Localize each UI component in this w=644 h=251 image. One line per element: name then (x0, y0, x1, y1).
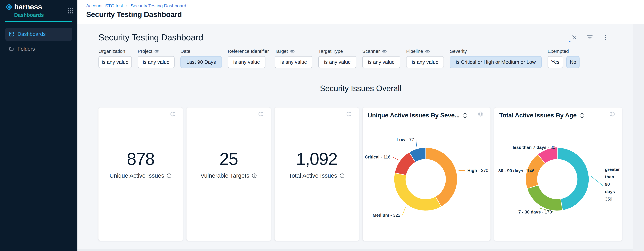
dashboard-actions (571, 34, 608, 40)
cards-row: 878 Unique Active Issues 25 Vulnerable T… (98, 107, 623, 241)
stat-value: 878 (98, 150, 183, 168)
sidebar-nav: Dashboards Folders (0, 27, 78, 55)
top-bar: Account: STO test Security Testing Dashb… (78, 0, 644, 24)
info-icon[interactable] (579, 113, 584, 118)
label-leader-line (591, 176, 603, 186)
info-icon[interactable] (166, 173, 172, 178)
breadcrumb: Account: STO test Security Testing Dashb… (86, 3, 644, 8)
stat-card-total-active-issues: 1,092 Total Active Issues (274, 107, 359, 241)
donut-label: High - 370 (468, 168, 488, 173)
filter-value-button[interactable]: is any value (228, 56, 266, 68)
sidebar-item-folders[interactable]: Folders (6, 42, 72, 55)
filter-pipeline: Pipeline is any value (406, 48, 444, 68)
filter-label: Exempted (548, 49, 569, 54)
info-icon[interactable] (462, 113, 468, 118)
stat-label: Total Active Issues (289, 172, 337, 179)
stat-value: 25 (186, 150, 271, 168)
link-icon (425, 49, 430, 54)
donut-label: greater (605, 167, 620, 172)
sidebar-item-label: Folders (18, 46, 35, 52)
filter-value-button[interactable]: is any value (362, 56, 400, 68)
chart-card-unique-active-issues-by-seve: Unique Active Issues By Seve... High - 3… (362, 107, 490, 241)
filter-label: Organization (98, 49, 125, 54)
close-icon[interactable] (571, 34, 578, 40)
info-icon[interactable] (340, 173, 345, 178)
stat-label: Unique Active Issues (110, 172, 164, 179)
globe-icon[interactable] (346, 111, 352, 117)
donut-slice-7-30-days[interactable] (527, 185, 562, 211)
donut-label: 90 (605, 182, 610, 187)
globe-icon[interactable] (170, 111, 176, 117)
donut-label: less than 7 days - 80 (513, 145, 555, 150)
exempted-no-button[interactable]: No (566, 56, 580, 68)
logo-row: harness Dashboards (0, 0, 78, 18)
sidebar-item-dashboards[interactable]: Dashboards (6, 27, 72, 41)
filter-value-button[interactable]: is any value (406, 56, 444, 68)
donut-label: 359 (605, 197, 612, 202)
filter-icon[interactable] (586, 34, 593, 40)
filter-target-type: Target Type is any value (318, 48, 356, 68)
horizontal-scrollbar[interactable] (78, 249, 633, 251)
donut-slice-high[interactable] (426, 148, 457, 207)
filter-value-button[interactable]: is Critical or High or Medium or Low (450, 56, 542, 68)
globe-icon[interactable] (258, 111, 264, 117)
filter-label: Date (180, 49, 190, 54)
donut-label: 7 - 30 days - 173 (518, 210, 552, 215)
chart-card-total-active-issues-by-age: Total Active Issues By Age greaterthan90… (494, 107, 622, 241)
filter-value-button[interactable]: is any value (275, 56, 312, 68)
filter-organization: Organization is any value (98, 48, 132, 68)
donut-label: than (605, 174, 614, 179)
filter-label: Reference Identifier (228, 49, 269, 54)
filter-value-button[interactable]: is any value (138, 56, 174, 68)
chevron-right-icon (126, 4, 128, 7)
donut-label: Critical - 116 (365, 154, 390, 160)
page-title: Security Testing Dashboard (86, 10, 644, 19)
chart-title: Total Active Issues By Age (499, 112, 577, 119)
module-name: Dashboards (14, 12, 67, 18)
apps-grid-icon[interactable] (67, 8, 74, 14)
donut-label: 30 - 90 days - 146 (498, 168, 534, 173)
sidebar: harness Dashboards Dashboards (0, 0, 78, 251)
label-leader-line (392, 157, 398, 160)
filter-label: Severity (450, 49, 467, 54)
filter-label: Target (275, 49, 288, 54)
exempted-yes-button[interactable]: Yes (548, 56, 563, 68)
globe-icon[interactable] (478, 111, 484, 117)
cursor-dot (569, 41, 570, 42)
filter-scanner: Scanner is any value (362, 48, 400, 68)
chart-title: Unique Active Issues By Seve... (368, 112, 460, 119)
stat-value: 1,092 (274, 150, 359, 168)
filter-label: Scanner (362, 49, 380, 54)
filter-label: Target Type (318, 49, 343, 54)
link-icon (290, 49, 294, 54)
breadcrumb-page-link[interactable]: Security Testing Dashboard (131, 3, 186, 8)
stat-label: Vulnerable Targets (200, 172, 249, 179)
stat-card-unique-active-issues: 878 Unique Active Issues (98, 107, 183, 241)
donut-chart: High - 370Medium - 322Critical - 116Low … (362, 120, 490, 229)
stat-card-vulnerable-targets: 25 Vulnerable Targets (186, 107, 271, 241)
filter-value-button[interactable]: Last 90 Days (180, 56, 222, 68)
globe-icon[interactable] (609, 111, 615, 117)
filter-label: Pipeline (406, 49, 423, 54)
label-leader-line (416, 140, 416, 147)
dashboards-icon (9, 32, 14, 36)
donut-slice-greater-than-90-days[interactable] (557, 148, 589, 210)
info-icon[interactable] (252, 173, 257, 178)
harness-logo-icon (5, 3, 13, 11)
label-leader-line (402, 207, 406, 215)
brand-name: harness (14, 3, 67, 11)
filter-severity: Severity is Critical or High or Medium o… (450, 48, 542, 68)
vertical-scrollbar[interactable] (633, 24, 644, 251)
donut-label: days - (605, 189, 618, 194)
filter-value-button[interactable]: is any value (98, 56, 132, 68)
filter-date: Date Last 90 Days (180, 48, 222, 68)
label-leader-line (458, 170, 465, 171)
link-icon (154, 49, 159, 54)
sidebar-item-label: Dashboards (18, 31, 46, 37)
section-title: Security Issues Overall (98, 84, 623, 93)
kebab-menu-icon[interactable] (602, 34, 608, 40)
breadcrumb-account-link[interactable]: Account: STO test (86, 3, 123, 8)
filter-value-button[interactable]: is any value (318, 56, 356, 68)
donut-label: Medium - 322 (373, 213, 400, 218)
donut-slice-medium[interactable] (394, 173, 441, 211)
